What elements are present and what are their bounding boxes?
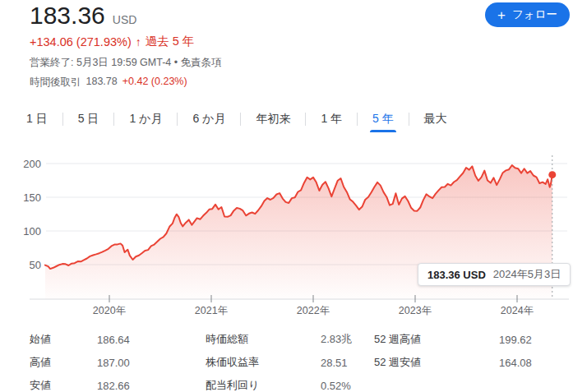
stat-value: 199.62 bbox=[499, 334, 532, 346]
stat-value: 164.08 bbox=[499, 357, 532, 369]
stat-label: 始値 bbox=[30, 332, 97, 347]
disclaimer-link[interactable]: 免責条項 bbox=[181, 57, 222, 68]
stat-label: 高値 bbox=[30, 355, 97, 370]
price-change-line: +134.06 (271.93%) ↑ 過去 5 年 bbox=[30, 34, 194, 49]
stat-value: 28.51 bbox=[321, 357, 348, 369]
tab-1d[interactable]: 1 日 bbox=[12, 107, 62, 131]
up-arrow-icon: ↑ bbox=[136, 35, 141, 48]
stock-quote-page: 183.36 USD + フォロー +134.06 (271.93%) ↑ 過去… bbox=[0, 0, 573, 392]
change-period: 過去 5 年 bbox=[146, 34, 195, 49]
range-tab-bar: 1 日 5 日 1 か月 6 か月 年初来 1 年 5 年 最大 bbox=[12, 107, 462, 131]
tooltip-price: 183.36 USD bbox=[427, 269, 486, 281]
stat-label: 安値 bbox=[30, 378, 97, 392]
stat-value: 182.66 bbox=[97, 380, 171, 392]
stat-row: 52 週高値 199.62 bbox=[374, 328, 532, 351]
price-header: 183.36 USD bbox=[30, 2, 136, 30]
stat-value: 187.00 bbox=[97, 357, 171, 369]
tab-6m[interactable]: 6 か月 bbox=[178, 107, 240, 131]
tab-1m[interactable]: 1 か月 bbox=[114, 107, 177, 131]
follow-button[interactable]: + フォロー bbox=[485, 2, 570, 27]
after-hours-label: 時間後取引 bbox=[30, 76, 81, 90]
stats-column-fundamentals: 時価総額 2.83兆 株価収益率 28.51 配当利回り 0.52% bbox=[206, 328, 352, 392]
after-hours-change: +0.42 (0.23%) bbox=[122, 76, 187, 90]
x-axis-tick-label: 2021年 bbox=[183, 304, 240, 318]
stat-value: 186.64 bbox=[97, 334, 171, 346]
stat-label: 配当利回り bbox=[206, 378, 321, 392]
y-axis-tick-label: 150 bbox=[13, 191, 41, 204]
stat-row: 高値 187.00 bbox=[30, 351, 171, 374]
market-closed-text: 営業終了: 5月3日 19:59 GMT-4 • bbox=[30, 57, 178, 68]
stat-row: 時価総額 2.83兆 bbox=[206, 328, 352, 351]
stat-label: 時価総額 bbox=[206, 332, 321, 347]
stat-row: 52 週安値 164.08 bbox=[374, 351, 532, 374]
after-hours-line: 時間後取引 183.78 +0.42 (0.23%) bbox=[30, 76, 187, 90]
tab-ytd[interactable]: 年初来 bbox=[241, 107, 305, 131]
stat-row: 配当利回り 0.52% bbox=[206, 374, 352, 392]
chart-tooltip: 183.36 USD 2024年5月3日 bbox=[418, 263, 571, 286]
stat-value: 0.52% bbox=[321, 380, 351, 392]
change-amount: +134.06 (271.93%) bbox=[30, 35, 132, 48]
tab-5y[interactable]: 5 年 bbox=[358, 107, 409, 131]
stats-column-ohlc: 始値 186.64 高値 187.00 安値 182.66 bbox=[30, 328, 171, 392]
stat-label: 52 週高値 bbox=[374, 332, 499, 347]
stat-row: 株価収益率 28.51 bbox=[206, 351, 352, 374]
stat-row: 安値 182.66 bbox=[30, 374, 171, 392]
tab-max[interactable]: 最大 bbox=[409, 107, 462, 131]
x-axis-tick-label: 2023年 bbox=[386, 304, 444, 318]
x-axis-tick-label: 2024年 bbox=[488, 304, 546, 318]
stats-column-52week: 52 週高値 199.62 52 週安値 164.08 bbox=[374, 328, 532, 374]
tab-1y[interactable]: 1 年 bbox=[306, 107, 357, 131]
stat-row: 始値 186.64 bbox=[30, 328, 171, 351]
y-axis-tick-label: 50 bbox=[13, 259, 41, 271]
stat-value: 2.83兆 bbox=[321, 332, 352, 347]
last-price-dot bbox=[548, 171, 556, 178]
y-axis-tick-label: 200 bbox=[13, 158, 41, 170]
follow-button-label: フォロー bbox=[512, 7, 557, 22]
market-closed-line: 営業終了: 5月3日 19:59 GMT-4 • 免責条項 bbox=[30, 56, 222, 70]
x-axis-tick-label: 2022年 bbox=[284, 304, 342, 318]
plus-icon: + bbox=[497, 8, 506, 22]
stat-label: 52 週安値 bbox=[374, 355, 499, 370]
tab-5d[interactable]: 5 日 bbox=[63, 107, 114, 131]
currency-label: USD bbox=[113, 13, 137, 26]
y-axis-tick-label: 100 bbox=[13, 225, 41, 238]
tooltip-date: 2024年5月3日 bbox=[493, 267, 561, 282]
price-line bbox=[45, 165, 552, 269]
after-hours-price: 183.78 bbox=[86, 76, 118, 90]
x-axis-tick-label: 2020年 bbox=[81, 304, 138, 318]
current-price: 183.36 bbox=[30, 2, 105, 30]
stat-label: 株価収益率 bbox=[206, 355, 321, 370]
